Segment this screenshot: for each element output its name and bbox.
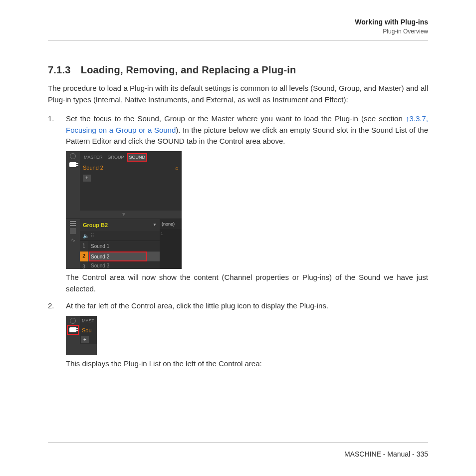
channel-icon (70, 318, 76, 324)
screenshot-control-area: MASTER GROUP SOUND Sound 2 ⌕ + (66, 151, 182, 269)
wave-icon[interactable]: ∿ (71, 236, 75, 244)
pattern-index: 1 (160, 230, 182, 238)
step-1-caption: The Control area will now show the conte… (66, 272, 428, 294)
grid-icon[interactable]: ⠿ (91, 233, 94, 239)
step-2: At the far left of the Control area, cli… (48, 300, 428, 369)
screenshot-plug-icon: MAST Sou + (66, 316, 97, 355)
section-number: 7.1.3 (48, 64, 78, 76)
sound-row-2[interactable]: 2 Sound 2 (80, 251, 160, 261)
step-1: Set the focus to the Sound, Group or the… (48, 113, 428, 294)
step-2-text: At the far left of the Control area, cli… (66, 301, 328, 310)
plug-icon (69, 162, 76, 167)
tab-sound[interactable]: SOUND (127, 153, 148, 162)
row-num: 1 (80, 241, 88, 251)
sound-row-1[interactable]: 1 Sound 1 (80, 240, 160, 251)
page-header: Working with Plug-ins Plug-in Overview (48, 18, 428, 40)
section-heading: 7.1.3 Loading, Removing, and Replacing a… (48, 64, 428, 76)
row-name: Sound 1 (91, 242, 109, 250)
add-plugin-button[interactable]: + (83, 175, 91, 182)
search-icon[interactable]: ⌕ (175, 164, 179, 172)
pattern-none-label: (none) (160, 219, 182, 231)
row-name: Sound 3 (91, 262, 109, 269)
tab-master[interactable]: MASTER (82, 153, 105, 162)
row-name: Sound 2 (91, 253, 109, 260)
sound-row-3[interactable]: 3 Sound 3 (80, 261, 160, 269)
pad-icon[interactable] (70, 228, 76, 234)
header-subtitle: Plug-in Overview (48, 28, 428, 35)
add-plugin-button[interactable]: + (81, 336, 89, 343)
step-1-pre: Set the focus to the Sound, Group or the… (66, 114, 406, 123)
list-icon[interactable] (70, 221, 76, 226)
tab-group[interactable]: GROUP (106, 153, 126, 162)
speaker-icon[interactable]: 🔈 (83, 232, 89, 239)
header-title: Working with Plug-ins (48, 18, 428, 26)
sound-name: Sound 2 (83, 164, 103, 172)
step-2-caption: This displays the Plug-in List on the le… (66, 358, 428, 370)
page-footer: MASCHINE - Manual - 335 (48, 443, 428, 458)
row-num: 2 (80, 251, 88, 261)
sound-name-fragment: Sou (81, 325, 96, 336)
group-name[interactable]: Group B2 (83, 221, 108, 230)
channel-icon (70, 153, 76, 159)
section-title: Loading, Removing, and Replacing a Plug-… (81, 64, 296, 75)
chevron-down-icon[interactable]: ▼ (121, 211, 126, 218)
chevron-down-icon[interactable]: ▼ (153, 222, 157, 228)
row-num: 3 (80, 262, 88, 269)
tab-master-fragment: MAST (81, 317, 96, 326)
plug-icon-button[interactable] (68, 326, 78, 334)
intro-paragraph: The procedure to load a Plug-in with its… (48, 83, 428, 105)
steps-list: Set the focus to the Sound, Group or the… (48, 113, 428, 369)
